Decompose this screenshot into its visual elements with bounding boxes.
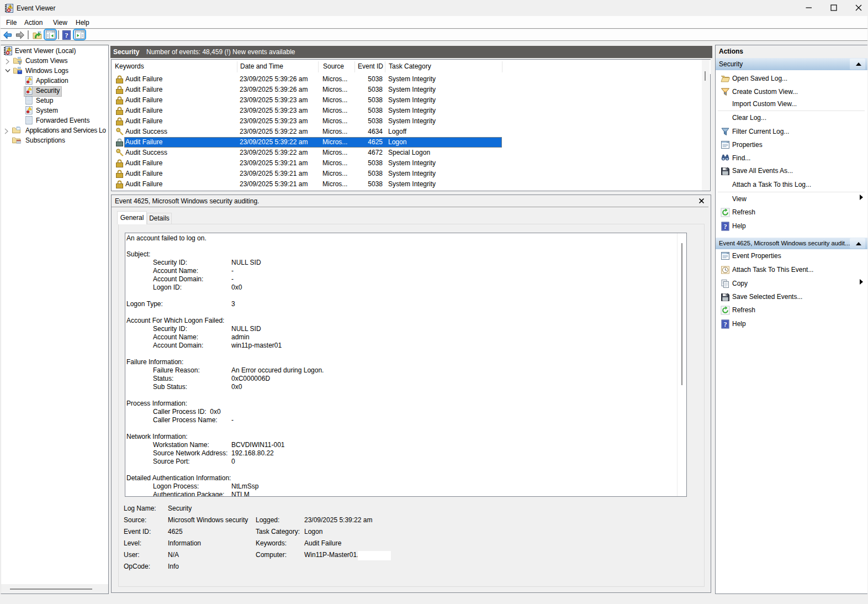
svg-text:?: ? (65, 31, 68, 39)
